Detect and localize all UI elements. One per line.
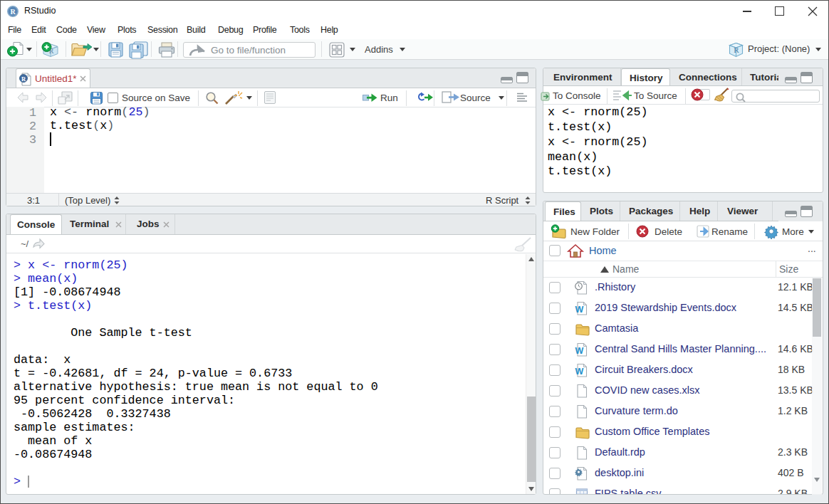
svg-text:R: R <box>21 75 26 83</box>
svg-text:W: W <box>575 367 584 377</box>
svg-text:W: W <box>575 346 584 356</box>
svg-text:R: R <box>10 8 16 16</box>
svg-text:R: R <box>734 46 739 54</box>
svg-text:W: W <box>575 305 584 315</box>
